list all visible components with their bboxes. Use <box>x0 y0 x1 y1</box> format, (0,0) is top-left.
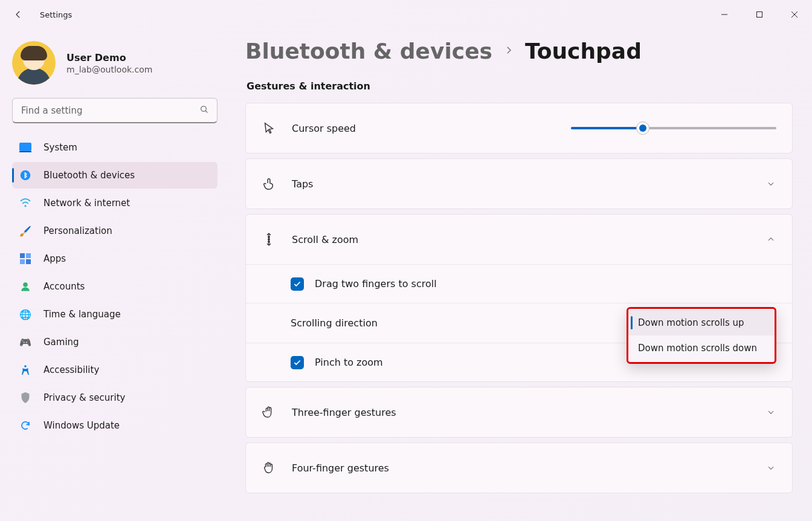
tap-icon <box>262 176 276 191</box>
svg-point-10 <box>23 282 28 287</box>
sidebar-item-label: Accounts <box>44 281 85 292</box>
arrow-left-icon <box>13 9 24 20</box>
sidebar: User Demo m_lab@outlook.com System Bluet… <box>0 29 230 521</box>
dropdown-option-up[interactable]: Down motion scrolls up <box>628 310 775 335</box>
svg-rect-8 <box>20 259 25 264</box>
search-icon <box>199 105 209 117</box>
close-icon <box>791 11 798 18</box>
nav: System Bluetooth & devices Network & int… <box>12 134 218 439</box>
minimize-button[interactable] <box>707 2 742 27</box>
taps-card[interactable]: Taps <box>245 158 793 209</box>
sidebar-item-accounts[interactable]: Accounts <box>12 273 218 300</box>
search-wrapper <box>12 98 218 123</box>
wifi-icon <box>19 197 31 209</box>
accessibility-icon <box>19 364 31 376</box>
sidebar-item-gaming[interactable]: 🎮 Gaming <box>12 329 218 355</box>
svg-rect-2 <box>19 143 31 151</box>
apps-icon <box>19 253 31 265</box>
svg-rect-3 <box>19 151 31 152</box>
scroll-zoom-card: Scroll & zoom Drag two fingers to scroll… <box>245 214 793 382</box>
sidebar-item-label: Apps <box>44 253 66 264</box>
window-title: Settings <box>40 10 72 19</box>
maximize-icon <box>756 11 763 18</box>
drag-two-fingers-checkbox[interactable] <box>291 277 304 291</box>
drag-two-fingers-label: Drag two fingers to scroll <box>315 278 437 290</box>
back-button[interactable] <box>8 5 28 24</box>
sidebar-item-label: Bluetooth & devices <box>44 170 135 181</box>
svg-point-13 <box>268 239 269 240</box>
close-button[interactable] <box>777 2 812 27</box>
sidebar-item-system[interactable]: System <box>12 134 218 161</box>
minimize-icon <box>721 11 728 18</box>
svg-rect-6 <box>20 253 25 258</box>
chevron-down-icon <box>767 179 776 189</box>
cursor-speed-slider[interactable] <box>571 122 776 134</box>
sidebar-item-time-language[interactable]: 🌐 Time & language <box>12 301 218 328</box>
chevron-down-icon <box>767 407 776 417</box>
four-finger-card[interactable]: Four-finger gestures <box>245 442 793 493</box>
section-title: Gestures & interaction <box>246 80 793 92</box>
titlebar: Settings <box>0 0 812 29</box>
search-input[interactable] <box>12 98 218 123</box>
svg-point-11 <box>24 365 27 367</box>
cursor-speed-label: Cursor speed <box>292 123 356 134</box>
sidebar-item-bluetooth[interactable]: Bluetooth & devices <box>12 162 218 189</box>
avatar <box>12 41 56 85</box>
user-name: User Demo <box>66 52 152 63</box>
sidebar-item-privacy[interactable]: Privacy & security <box>12 384 218 411</box>
svg-point-14 <box>268 241 269 242</box>
scroll-zoom-header[interactable]: Scroll & zoom <box>246 215 792 264</box>
three-finger-label: Three-finger gestures <box>292 407 396 418</box>
breadcrumb-current: Touchpad <box>525 39 642 63</box>
sidebar-item-label: Network & internet <box>44 198 130 209</box>
globe-clock-icon: 🌐 <box>19 308 31 320</box>
sidebar-item-network[interactable]: Network & internet <box>12 190 218 216</box>
sidebar-item-personalization[interactable]: 🖌️ Personalization <box>12 218 218 244</box>
svg-point-5 <box>24 205 26 207</box>
sidebar-item-label: Windows Update <box>44 420 120 431</box>
scroll-icon <box>262 232 276 247</box>
user-profile[interactable]: User Demo m_lab@outlook.com <box>12 41 218 85</box>
hand-icon <box>262 461 276 475</box>
breadcrumb-parent[interactable]: Bluetooth & devices <box>245 39 492 63</box>
taps-label: Taps <box>292 178 313 190</box>
cursor-icon <box>262 121 276 135</box>
four-finger-label: Four-finger gestures <box>292 462 389 474</box>
svg-rect-9 <box>26 259 31 264</box>
sidebar-item-label: Privacy & security <box>44 392 125 403</box>
svg-point-1 <box>201 106 207 112</box>
breadcrumb: Bluetooth & devices Touchpad <box>245 39 793 63</box>
paintbrush-icon: 🖌️ <box>19 225 31 237</box>
sidebar-item-apps[interactable]: Apps <box>12 245 218 272</box>
user-email: m_lab@outlook.com <box>66 65 152 74</box>
chevron-down-icon <box>767 463 776 473</box>
main-content: Bluetooth & devices Touchpad Gestures & … <box>230 29 812 521</box>
sidebar-item-label: Accessibility <box>44 364 99 375</box>
svg-rect-7 <box>26 253 31 258</box>
pinch-zoom-checkbox[interactable] <box>291 356 304 369</box>
scrolling-direction-row: Scrolling direction Down motion scrolls … <box>246 303 792 343</box>
hand-icon <box>262 405 276 419</box>
sidebar-item-label: Gaming <box>44 337 79 348</box>
chevron-up-icon <box>767 235 776 244</box>
sidebar-item-label: Personalization <box>44 225 112 236</box>
sidebar-item-label: Time & language <box>44 309 121 320</box>
display-icon <box>19 141 31 154</box>
three-finger-card[interactable]: Three-finger gestures <box>245 387 793 438</box>
scrolling-direction-label: Scrolling direction <box>291 317 378 329</box>
sidebar-item-windows-update[interactable]: Windows Update <box>12 412 218 439</box>
cursor-speed-card: Cursor speed <box>245 103 793 154</box>
scroll-zoom-label: Scroll & zoom <box>292 234 358 245</box>
scrolling-direction-dropdown: Down motion scrolls up Down motion scrol… <box>627 307 776 364</box>
sidebar-item-accessibility[interactable]: Accessibility <box>12 357 218 383</box>
shield-icon <box>19 392 31 404</box>
person-icon <box>19 280 31 293</box>
drag-two-fingers-row: Drag two fingers to scroll <box>246 264 792 303</box>
dropdown-option-down[interactable]: Down motion scrolls down <box>628 335 775 361</box>
pinch-zoom-label: Pinch to zoom <box>315 357 383 368</box>
sidebar-item-label: System <box>44 142 77 153</box>
bluetooth-icon <box>19 169 31 181</box>
update-icon <box>19 419 31 432</box>
maximize-button[interactable] <box>742 2 777 27</box>
chevron-right-icon <box>503 45 514 58</box>
